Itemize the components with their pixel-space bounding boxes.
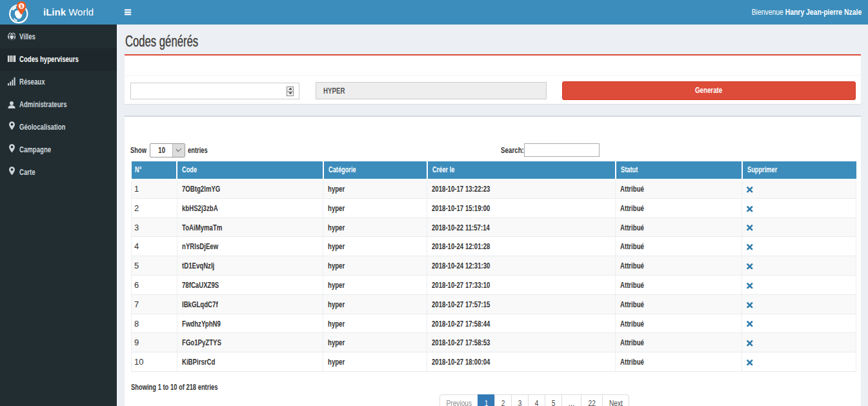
svg-text:$: $ (20, 3, 23, 9)
